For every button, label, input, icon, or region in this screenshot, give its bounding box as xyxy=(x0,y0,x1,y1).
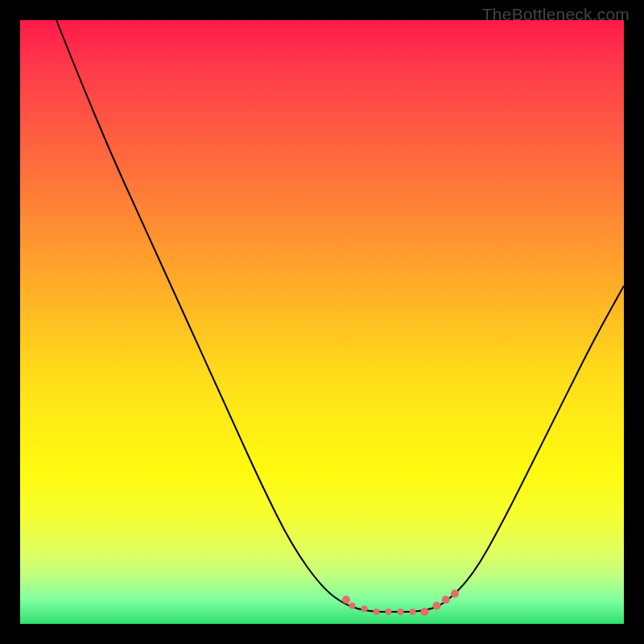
bottleneck-curve xyxy=(56,20,624,612)
highlight-point xyxy=(451,590,459,598)
watermark-text: TheBottleneck.com xyxy=(482,5,630,24)
highlight-point xyxy=(374,609,380,615)
highlight-point xyxy=(342,596,350,604)
highlight-point xyxy=(361,605,368,612)
highlight-point xyxy=(433,602,441,610)
chart-svg xyxy=(20,20,624,624)
highlight-point xyxy=(349,603,356,609)
chart-plot-area xyxy=(20,20,624,624)
highlight-point xyxy=(421,608,429,616)
highlight-point xyxy=(398,609,404,615)
highlight-point xyxy=(386,609,392,615)
highlight-point xyxy=(410,609,416,615)
optimal-zone-highlight xyxy=(342,590,459,617)
highlight-point xyxy=(442,596,450,604)
